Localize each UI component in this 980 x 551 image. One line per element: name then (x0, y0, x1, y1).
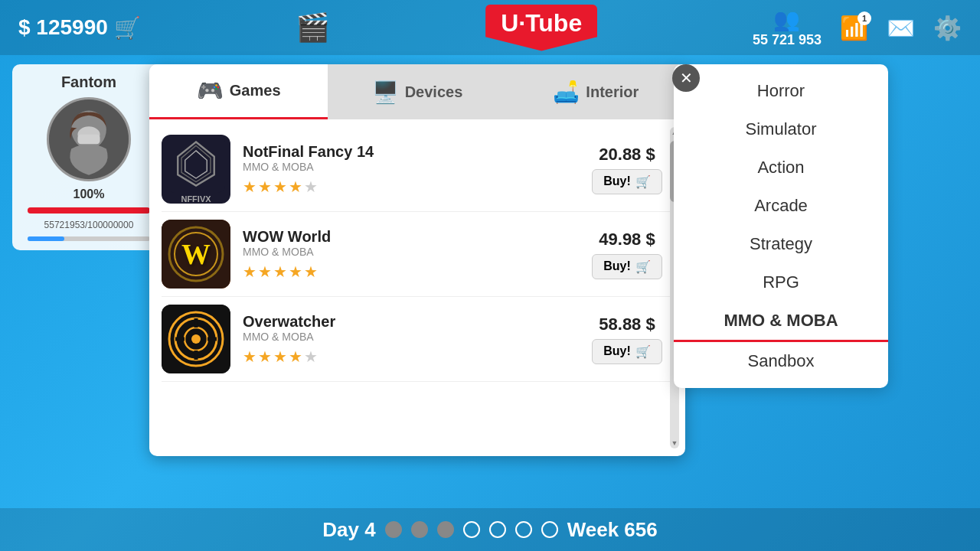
genre-simulator[interactable]: Simulator (674, 110, 888, 148)
profile-card: Fantom 100% 55721953/100000000 (12, 64, 165, 250)
buy-cart-icon-nff: 🛒 (635, 174, 651, 189)
svg-rect-3 (77, 135, 100, 144)
game-price-wow: 49.98 $ Buy! 🛒 (581, 230, 673, 279)
tab-games-label: Games (230, 82, 281, 99)
genre-sidebar: Horror Simulator Action Arcade Strategy … (674, 64, 888, 388)
genre-sandbox[interactable]: Sandbox (674, 342, 888, 380)
tab-interior[interactable]: 🛋️ Interior (507, 64, 685, 119)
game-title-ow: Overwatcher (243, 313, 569, 331)
exp-numbers: 55721953/100000000 (44, 220, 134, 230)
film-icon[interactable]: 🎬 (296, 11, 330, 44)
money-display: $ 125990 🛒 (18, 15, 141, 41)
genre-action[interactable]: Action (674, 148, 888, 187)
list-item: W WOW World MMO & MOBA ★ ★ ★ ★ ★ 49.98 $… (162, 212, 673, 297)
tab-games[interactable]: 🎮 Games (149, 64, 328, 119)
day-label: Day 4 (322, 518, 375, 542)
mail-icon[interactable]: ✉️ (887, 15, 915, 41)
buy-cart-icon-ow: 🛒 (635, 344, 651, 359)
scroll-down-arrow[interactable]: ▼ (670, 438, 679, 448)
buy-label-nff: Buy! (603, 174, 631, 188)
genre-arcade[interactable]: Arcade (674, 187, 888, 225)
tab-interior-label: Interior (586, 83, 639, 101)
genre-mmo[interactable]: MMO & MOBA (674, 302, 888, 342)
gear-icon[interactable]: ⚙️ (933, 15, 962, 41)
game-thumb-nff: NFFIVX (162, 135, 230, 204)
game-category-nff: MMO & MOBA (243, 161, 569, 173)
game-stars-nff: ★ ★ ★ ★ ★ (243, 178, 569, 196)
buy-cart-icon-wow: 🛒 (635, 259, 651, 274)
dot-7 (541, 521, 558, 538)
genre-horror[interactable]: Horror (674, 72, 888, 110)
game-stars-wow: ★ ★ ★ ★ ★ (243, 262, 569, 281)
buy-label-ow: Buy! (603, 344, 631, 358)
buy-label-wow: Buy! (603, 259, 631, 273)
game-category-wow: MMO & MOBA (243, 246, 569, 258)
subscribers-count: 55 721 953 (753, 32, 822, 48)
devices-icon: 🖥️ (372, 80, 399, 105)
game-price-ow: 58.88 $ Buy! 🛒 (581, 315, 673, 364)
buy-button-wow[interactable]: Buy! 🛒 (592, 254, 662, 279)
list-item: NFFIVX NotFinal Fancy 14 MMO & MOBA ★ ★ … (162, 127, 673, 212)
list-item: Overwatcher MMO & MOBA ★ ★ ★ ★ ★ 58.88 $… (162, 297, 673, 382)
interior-icon: 🛋️ (553, 80, 580, 105)
exp-bar-blue-container (28, 236, 150, 241)
game-label-nff: NFFIVX (181, 194, 211, 204)
logo-container: U·Tube (485, 5, 597, 51)
top-bar: $ 125990 🛒 🎬 U·Tube 👥 55 721 953 📶 1 ✉️ … (0, 0, 980, 55)
game-title-wow: WOW World (243, 228, 569, 246)
price-wow: 49.98 $ (599, 230, 655, 249)
signal-badge: 1 (858, 11, 871, 25)
genre-strategy[interactable]: Strategy (674, 225, 888, 263)
dot-1 (385, 521, 402, 538)
svg-point-18 (191, 334, 201, 344)
buy-button-ow[interactable]: Buy! 🛒 (592, 339, 662, 364)
week-label: Week 656 (567, 518, 658, 542)
game-list: NFFIVX NotFinal Fancy 14 MMO & MOBA ★ ★ … (149, 119, 685, 456)
logo: U·Tube (485, 5, 597, 51)
buy-button-nff[interactable]: Buy! 🛒 (592, 169, 662, 194)
game-price-nff: 20.88 $ Buy! 🛒 (581, 145, 673, 194)
avatar (47, 97, 131, 181)
bottom-bar: Day 4 Week 656 (0, 508, 980, 551)
svg-rect-4 (167, 135, 225, 193)
money-amount: $ 125990 (18, 15, 108, 40)
exp-bar-blue (28, 236, 64, 241)
price-nff: 20.88 $ (599, 145, 655, 165)
svg-text:W: W (181, 238, 211, 270)
exp-bar-red-container (28, 207, 150, 214)
dot-4 (463, 521, 480, 538)
tabs: 🎮 Games 🖥️ Devices 🛋️ Interior (149, 64, 685, 119)
subscribers-display: 👥 55 721 953 (753, 7, 822, 48)
game-thumb-wow: W (162, 220, 230, 289)
genre-rpg[interactable]: RPG (674, 263, 888, 302)
top-right: 👥 55 721 953 📶 1 ✉️ ⚙️ (753, 7, 962, 48)
profile-percent: 100% (74, 187, 105, 201)
main-modal: 🎮 Games 🖥️ Devices 🛋️ Interior (149, 64, 685, 456)
game-title-nff: NotFinal Fancy 14 (243, 143, 569, 161)
signal-wrapper: 📶 1 (840, 15, 868, 41)
close-button[interactable]: ✕ (672, 64, 700, 92)
top-left: $ 125990 🛒 (18, 15, 141, 41)
game-thumb-ow (162, 305, 230, 373)
tab-devices-label: Devices (405, 83, 463, 101)
game-stars-ow: ★ ★ ★ ★ ★ (243, 347, 569, 366)
games-icon: 🎮 (197, 78, 224, 103)
dot-2 (411, 521, 428, 538)
cart-icon: 🛒 (114, 15, 141, 41)
game-info-ow: Overwatcher MMO & MOBA ★ ★ ★ ★ ★ (243, 313, 569, 366)
price-ow: 58.88 $ (599, 315, 655, 334)
game-info-nff: NotFinal Fancy 14 MMO & MOBA ★ ★ ★ ★ ★ (243, 143, 569, 196)
dot-3 (437, 521, 454, 538)
dot-5 (489, 521, 506, 538)
profile-name: Fantom (61, 73, 116, 91)
game-category-ow: MMO & MOBA (243, 331, 569, 343)
exp-bar-red (28, 207, 150, 214)
subscribers-icon: 👥 (773, 7, 800, 32)
tab-devices[interactable]: 🖥️ Devices (328, 64, 506, 119)
game-info-wow: WOW World MMO & MOBA ★ ★ ★ ★ ★ (243, 228, 569, 281)
dot-6 (515, 521, 532, 538)
